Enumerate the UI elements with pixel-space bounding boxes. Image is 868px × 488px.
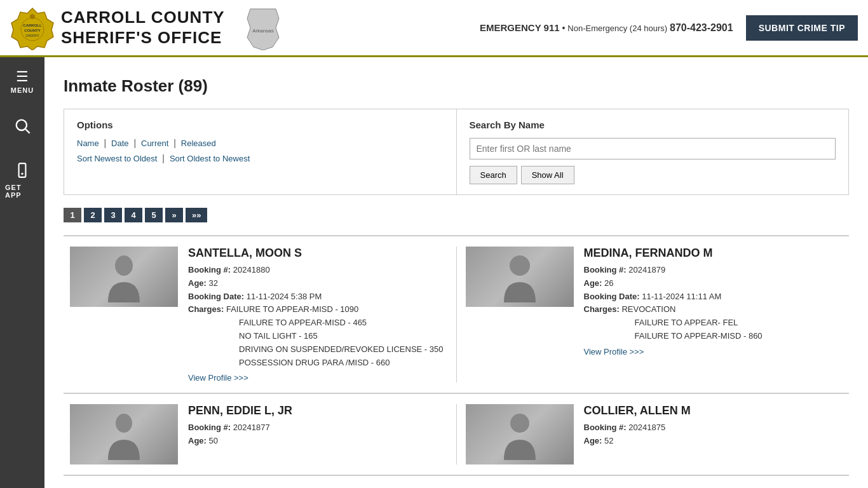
filter-links: Name | Date | Current | Released <box>77 138 444 148</box>
filter-name-link[interactable]: Name <box>77 139 99 148</box>
inmate-photo-collier <box>466 404 574 464</box>
inmate-charges-list-santella: FAILURE TO APPEAR-MISD - 465 NO TAIL LIG… <box>239 316 447 369</box>
main-content: Inmate Roster (89) Options Name | Date |… <box>44 57 868 488</box>
header-title: CARROLL COUNTY SHERIFF'S OFFICE <box>61 8 225 47</box>
options-search-panel: Options Name | Date | Current | Released… <box>64 109 849 195</box>
sidebar: ☰ MENU GET APP <box>0 57 44 488</box>
card-divider-2 <box>456 404 457 464</box>
person-silhouette-icon <box>501 252 539 302</box>
magnify-icon <box>13 117 31 135</box>
page-5-button[interactable]: 5 <box>145 208 163 222</box>
person-silhouette-icon <box>105 409 143 460</box>
person-silhouette-icon <box>105 252 143 302</box>
view-profile-santella-link[interactable]: View Profile >>> <box>188 373 447 383</box>
inmate-name-penn: PENN, EDDIE L, JR <box>188 404 447 417</box>
svg-point-14 <box>116 414 132 433</box>
show-all-button[interactable]: Show All <box>521 166 574 184</box>
filter-current-link[interactable]: Current <box>141 139 168 148</box>
inmate-list: SANTELLA, MOON S Booking #: 20241880 Age… <box>64 235 849 476</box>
next-page-button[interactable]: » <box>165 208 183 222</box>
inmate-card-collier: COLLIER, ALLEN M Booking #: 20241875 Age… <box>459 404 850 464</box>
page-2-button[interactable]: 2 <box>84 208 102 222</box>
pagination: 1 2 3 4 5 » »» <box>64 208 849 222</box>
emergency-info: EMERGENCY 911 • Non-Emergency (24 hours)… <box>480 22 733 34</box>
last-page-button[interactable]: »» <box>186 208 207 222</box>
search-title: Search By Name <box>470 119 836 130</box>
svg-point-5 <box>30 14 35 19</box>
card-divider <box>456 247 457 383</box>
view-profile-medina-link[interactable]: View Profile >>> <box>584 347 843 356</box>
svg-text:COUNTY: COUNTY <box>24 29 40 32</box>
search-input[interactable] <box>470 138 836 159</box>
page-1-button[interactable]: 1 <box>64 208 81 222</box>
page-4-button[interactable]: 4 <box>125 208 142 222</box>
inmate-card-penn: PENN, EDDIE L, JR Booking #: 20241877 Ag… <box>64 404 454 464</box>
sort-oldest-link[interactable]: Sort Oldest to Newest <box>170 154 250 163</box>
page-title: Inmate Roster (89) <box>64 76 849 96</box>
sep1: | <box>104 138 107 148</box>
submit-crime-tip-button[interactable]: SUBMIT CRIME TIP <box>746 15 858 41</box>
inmate-booking-date-medina: Booking Date: 11-11-2024 11:11 AM <box>584 290 843 304</box>
inmate-info-collier: COLLIER, ALLEN M Booking #: 20241875 Age… <box>584 404 843 464</box>
menu-button[interactable]: ☰ MENU <box>6 64 39 99</box>
inmate-booking-num-santella: Booking #: 20241880 <box>188 264 447 277</box>
inmate-photo-penn <box>70 404 178 464</box>
sort-sep: | <box>162 153 165 163</box>
phone-icon <box>14 162 31 182</box>
inmate-row: SANTELLA, MOON S Booking #: 20241880 Age… <box>64 236 849 394</box>
svg-point-12 <box>115 255 133 276</box>
inmate-age-santella: Age: 32 <box>188 277 447 290</box>
inmate-card-santella: SANTELLA, MOON S Booking #: 20241880 Age… <box>64 247 454 383</box>
svg-point-15 <box>510 414 529 433</box>
inmate-name-medina: MEDINA, FERNANDO M <box>584 247 843 260</box>
get-app-button[interactable]: GET APP <box>0 157 44 204</box>
menu-label: MENU <box>11 86 34 94</box>
inmate-booking-num-penn: Booking #: 20241877 <box>188 421 447 435</box>
svg-text:CARROLL: CARROLL <box>23 24 42 27</box>
svg-rect-10 <box>19 163 26 177</box>
inmate-name-collier: COLLIER, ALLEN M <box>584 404 843 417</box>
inmate-name-santella: SANTELLA, MOON S <box>188 247 447 260</box>
svg-text:SHERIFF: SHERIFF <box>25 34 39 37</box>
search-button[interactable]: Search <box>470 166 517 184</box>
get-app-label: GET APP <box>5 184 39 199</box>
svg-text:Arkansas: Arkansas <box>252 28 273 34</box>
org-name-line1: CARROLL COUNTY <box>61 8 225 27</box>
inmate-charges-santella: Charges: FAILURE TO APPEAR-MISD - 1090 <box>188 303 447 316</box>
emergency-911: EMERGENCY 911 <box>480 22 560 33</box>
search-icon-button[interactable] <box>8 112 36 144</box>
separator: • <box>562 23 566 33</box>
logo-area: CARROLL COUNTY SHERIFF CARROLL COUNTY SH… <box>10 6 480 50</box>
filter-released-link[interactable]: Released <box>181 139 216 148</box>
search-panel: Search By Name Search Show All <box>457 109 849 194</box>
search-buttons: Search Show All <box>470 166 836 184</box>
inmate-age-medina: Age: 26 <box>584 277 843 290</box>
sheriff-badge-icon: CARROLL COUNTY SHERIFF <box>10 6 55 50</box>
sep3: | <box>173 138 176 148</box>
options-title: Options <box>77 119 444 130</box>
inmate-booking-num-medina: Booking #: 20241879 <box>584 264 843 277</box>
inmate-charges-list-medina: FAILURE TO APPEAR- FEL FAILURE TO APPEAR… <box>635 316 843 343</box>
svg-point-13 <box>510 255 530 276</box>
inmate-age-penn: Age: 50 <box>188 435 447 448</box>
main-layout: ☰ MENU GET APP Inmate Roster (89) Opt <box>0 57 868 488</box>
sort-newest-link[interactable]: Sort Newest to Oldest <box>77 154 157 163</box>
page-3-button[interactable]: 3 <box>104 208 122 222</box>
inmate-card-medina: MEDINA, FERNANDO M Booking #: 20241879 A… <box>459 247 850 383</box>
inmate-info-penn: PENN, EDDIE L, JR Booking #: 20241877 Ag… <box>188 404 447 464</box>
inmate-row-2: PENN, EDDIE L, JR Booking #: 20241877 Ag… <box>64 394 849 476</box>
sort-links: Sort Newest to Oldest | Sort Oldest to N… <box>77 153 444 163</box>
inmate-charges-medina: Charges: REVOCATION <box>584 303 843 316</box>
svg-point-8 <box>17 120 27 130</box>
inmate-booking-num-collier: Booking #: 20241875 <box>584 421 843 435</box>
non-emergency-label: Non-Emergency (24 hours) <box>567 24 667 33</box>
mobile-icon <box>14 162 31 179</box>
site-header: CARROLL COUNTY SHERIFF CARROLL COUNTY SH… <box>0 0 868 57</box>
inmate-info-santella: SANTELLA, MOON S Booking #: 20241880 Age… <box>188 247 447 383</box>
arkansas-logo: Arkansas <box>244 6 282 50</box>
inmate-photo-santella <box>70 247 178 307</box>
sep2: | <box>133 138 136 148</box>
inmate-booking-date-santella: Booking Date: 11-11-2024 5:38 PM <box>188 290 447 304</box>
hamburger-icon: ☰ <box>16 69 29 85</box>
filter-date-link[interactable]: Date <box>111 139 128 148</box>
